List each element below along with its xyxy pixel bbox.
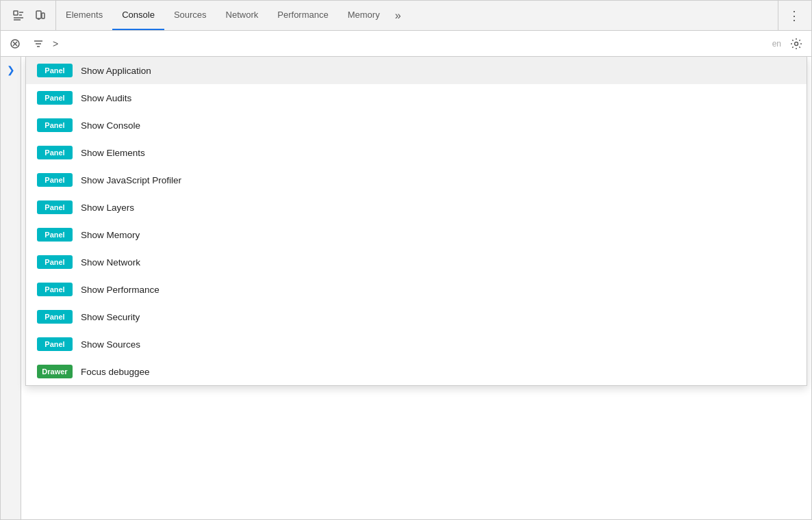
- expand-arrow-icon[interactable]: ❯: [3, 62, 18, 77]
- svg-point-7: [795, 42, 798, 45]
- device-toolbar-icon[interactable]: [31, 6, 50, 25]
- settings-icon[interactable]: [787, 34, 806, 53]
- item-label: Show Audits: [81, 93, 131, 103]
- inspect-element-icon[interactable]: [9, 6, 28, 25]
- list-item[interactable]: Panel Show Network: [26, 248, 807, 276]
- panel-badge: Panel: [37, 146, 73, 159]
- console-prompt: >: [53, 38, 58, 49]
- panel-badge: Panel: [37, 118, 73, 132]
- top-toolbar: Elements Console Sources Network Perform…: [1, 1, 811, 31]
- filter-text-label: en: [772, 39, 781, 49]
- item-label: Show Memory: [81, 230, 140, 240]
- svg-rect-0: [14, 11, 18, 15]
- tab-performance[interactable]: Performance: [268, 1, 338, 30]
- console-input[interactable]: [62, 38, 766, 49]
- dropdown-container: Panel Show Application Panel Show Audits…: [21, 57, 811, 519]
- drawer-badge: Drawer: [37, 365, 73, 378]
- main-area: ❯ Panel Show Application Panel Show Audi…: [1, 57, 811, 519]
- list-item[interactable]: Drawer Focus debuggee: [26, 358, 807, 385]
- clear-console-icon[interactable]: [6, 35, 24, 53]
- toolbar-left-icons: [3, 1, 56, 30]
- tab-console[interactable]: Console: [112, 1, 164, 30]
- item-label: Show Console: [81, 120, 140, 131]
- panel-badge: Panel: [37, 64, 73, 77]
- panel-badge: Panel: [37, 200, 73, 214]
- list-item[interactable]: Panel Show Layers: [26, 194, 807, 221]
- tab-network[interactable]: Network: [216, 1, 268, 30]
- list-item[interactable]: Panel Show Sources: [26, 330, 807, 358]
- item-label: Show Security: [81, 312, 140, 322]
- list-item[interactable]: Panel Show Application: [26, 57, 807, 84]
- tab-memory[interactable]: Memory: [338, 1, 390, 30]
- toolbar-right: ⋮: [778, 1, 809, 30]
- item-label: Show Sources: [81, 339, 140, 350]
- item-label: Show Layers: [81, 203, 134, 213]
- panel-badge: Panel: [37, 228, 73, 242]
- panel-badge: Panel: [37, 91, 73, 105]
- filter-icon[interactable]: [29, 35, 47, 53]
- svg-rect-2: [42, 13, 45, 18]
- tab-list: Elements Console Sources Network Perform…: [56, 1, 778, 30]
- item-label: Show Elements: [81, 148, 145, 158]
- more-options-icon[interactable]: ⋮: [784, 6, 803, 25]
- panel-badge: Panel: [37, 283, 73, 296]
- console-input-area: >: [53, 38, 767, 49]
- item-label: Show Network: [81, 257, 140, 268]
- console-right-actions: en: [772, 34, 806, 53]
- list-item[interactable]: Panel Show Elements: [26, 139, 807, 166]
- item-label: Focus debuggee: [81, 367, 150, 377]
- list-item[interactable]: Panel Show Security: [26, 303, 807, 330]
- panel-badge: Panel: [37, 173, 73, 187]
- left-sidebar: ❯: [1, 57, 21, 519]
- panel-badge: Panel: [37, 337, 73, 351]
- list-item[interactable]: Panel Show JavaScript Profiler: [26, 166, 807, 194]
- tab-sources[interactable]: Sources: [164, 1, 216, 30]
- item-label: Show JavaScript Profiler: [81, 175, 181, 185]
- svg-rect-1: [36, 11, 41, 18]
- list-item[interactable]: Panel Show Performance: [26, 276, 807, 303]
- devtools-window: Elements Console Sources Network Perform…: [0, 0, 812, 520]
- more-tabs-button[interactable]: »: [390, 1, 407, 30]
- list-item[interactable]: Panel Show Console: [26, 112, 807, 139]
- tab-elements[interactable]: Elements: [56, 1, 112, 30]
- console-toolbar: > en: [1, 31, 811, 57]
- panel-badge: Panel: [37, 255, 73, 269]
- command-palette-dropdown: Panel Show Application Panel Show Audits…: [25, 57, 807, 386]
- list-item[interactable]: Panel Show Audits: [26, 84, 807, 112]
- item-label: Show Application: [81, 66, 151, 76]
- item-label: Show Performance: [81, 285, 160, 295]
- panel-badge: Panel: [37, 310, 73, 324]
- list-item[interactable]: Panel Show Memory: [26, 221, 807, 248]
